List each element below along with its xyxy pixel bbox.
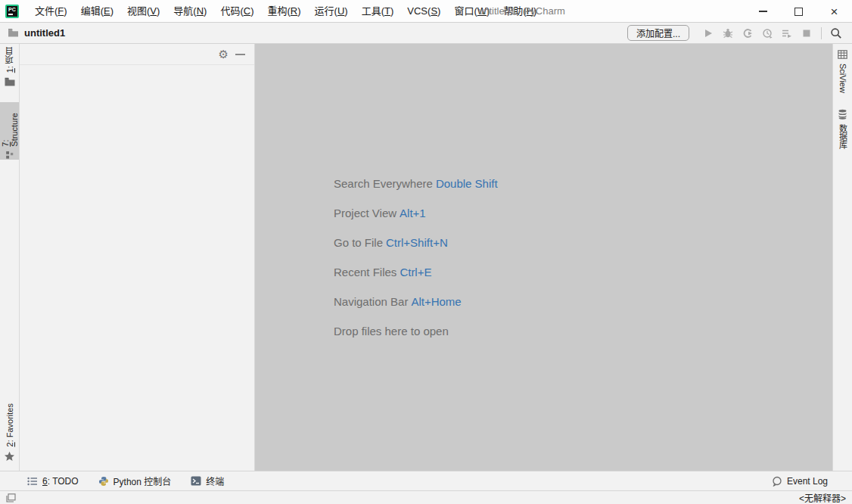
database-stripe-label: 数据库 (837, 124, 849, 149)
menu-navigate[interactable]: 导航(N) (166, 0, 213, 22)
stripe-button-structure[interactable]: 7: Structure (0, 102, 19, 160)
search-everywhere-button[interactable] (826, 25, 846, 42)
folder-icon (8, 28, 19, 38)
stop-button[interactable] (797, 25, 816, 42)
sciview-stripe-label: SciView (838, 64, 847, 93)
main-area: 1: 项目 7: Structure 2: Favorites ⚙ (0, 44, 852, 471)
python-icon (98, 476, 109, 487)
run-icon (703, 28, 714, 39)
structure-stripe-label: 7: Structure (1, 105, 19, 147)
minimize-button[interactable] (745, 0, 781, 23)
project-tool-window: ⚙ (20, 44, 255, 471)
gear-icon[interactable]: ⚙ (219, 47, 229, 62)
stop-icon (802, 29, 811, 38)
bottom-bar-left: 6: TODO Python 控制台 终端 (27, 474, 244, 487)
terminal-button[interactable]: 终端 (191, 474, 224, 487)
hint-drop-files: Drop files here to open (334, 325, 498, 338)
stripe-button-project[interactable]: 1: 项目 (0, 47, 19, 86)
run-with-coverage-button[interactable] (738, 25, 757, 42)
right-tool-stripe: SciView 数据库 (832, 44, 852, 471)
terminal-label: 终端 (206, 474, 224, 487)
running-processes-button[interactable] (777, 25, 797, 42)
maximize-button[interactable] (781, 0, 816, 23)
close-button[interactable]: × (816, 0, 852, 23)
tool-window-switcher[interactable] (6, 493, 16, 502)
favorites-stripe-label: 2: Favorites (5, 403, 14, 446)
hide-panel-icon[interactable] (235, 54, 245, 55)
menu-run[interactable]: 运行(U) (308, 0, 355, 22)
hint-navigation-bar: Navigation BarAlt+Home (334, 296, 498, 308)
add-configuration-button[interactable]: 添加配置... (627, 25, 689, 41)
menu-vcs[interactable]: VCS(S) (400, 0, 447, 22)
structure-icon (5, 151, 14, 160)
pycharm-window: PC 文件(F) 编辑(E) 视图(V) 导航(N) 代码(C) 重构(R) 运… (0, 0, 852, 504)
project-panel-header: ⚙ (20, 44, 254, 65)
window-controls: × (745, 0, 852, 23)
maximize-icon (794, 8, 803, 16)
debug-button[interactable] (718, 25, 738, 42)
stripe-button-sciview[interactable]: SciView (833, 50, 852, 93)
profiler-icon (762, 28, 773, 39)
status-bar: <无解释器> (0, 490, 852, 504)
python-console-button[interactable]: Python 控制台 (98, 474, 172, 487)
stripe-button-database[interactable]: 数据库 (833, 109, 852, 149)
sciview-icon (838, 50, 847, 59)
todo-label: 6: TODO (42, 476, 79, 487)
debug-icon (723, 28, 733, 39)
hint-recent-files: Recent FilesCtrl+E (334, 266, 498, 278)
menu-code[interactable]: 代码(C) (213, 0, 260, 22)
main-toolbar: untitled1 添加配置... (0, 23, 852, 44)
tool-window-switcher-icon (6, 493, 16, 502)
database-icon (838, 109, 847, 120)
close-icon: × (831, 8, 838, 16)
hint-go-to-file: Go to FileCtrl+Shift+N (334, 237, 498, 249)
shortcut-hints: Search EverywhereDouble Shift Project Vi… (334, 178, 498, 338)
menu-refactor[interactable]: 重构(R) (261, 0, 308, 22)
event-log-button[interactable]: Event Log (772, 476, 828, 487)
title-bar: PC 文件(F) 编辑(E) 视图(V) 导航(N) 代码(C) 重构(R) 运… (0, 0, 852, 23)
menu-edit[interactable]: 编辑(E) (74, 0, 120, 22)
python-console-label: Python 控制台 (113, 474, 172, 487)
left-tool-stripe: 1: 项目 7: Structure 2: Favorites (0, 44, 20, 471)
event-log-label: Event Log (787, 476, 828, 487)
event-log-balloon-icon (772, 476, 782, 487)
bottom-bar-right: Event Log (772, 476, 828, 487)
toolbar-separator (821, 27, 822, 39)
todo-list-icon (27, 477, 38, 486)
run-button[interactable] (698, 25, 718, 42)
todo-button[interactable]: 6: TODO (27, 474, 79, 487)
menu-view[interactable]: 视图(V) (120, 0, 166, 22)
menu-file[interactable]: 文件(F) (28, 0, 74, 22)
menu-tools[interactable]: 工具(T) (355, 0, 401, 22)
bottom-tool-bar: 6: TODO Python 控制台 终端 Event Log (0, 471, 852, 490)
profiler-button[interactable] (757, 25, 777, 42)
run-coverage-icon (742, 28, 753, 39)
star-icon (4, 451, 15, 462)
menu-bar: 文件(F) 编辑(E) 视图(V) 导航(N) 代码(C) 重构(R) 运行(U… (28, 0, 543, 22)
pycharm-logo-icon: PC (5, 5, 19, 18)
window-title: untitled1 - PyCharm (478, 0, 565, 22)
search-icon (830, 27, 842, 39)
stripe-button-favorites[interactable]: 2: Favorites (0, 403, 19, 462)
breadcrumb[interactable]: untitled1 (8, 27, 65, 39)
project-folder-icon (5, 77, 15, 86)
terminal-icon (191, 476, 201, 486)
interpreter-status[interactable]: <无解释器> (799, 491, 846, 504)
breadcrumb-project-name: untitled1 (24, 27, 65, 39)
hint-project-view: Project ViewAlt+1 (334, 207, 498, 219)
minimize-icon (759, 11, 767, 12)
editor-area[interactable]: Search EverywhereDouble Shift Project Vi… (255, 44, 832, 471)
project-stripe-label: 1: 项目 (4, 47, 16, 73)
hint-search-everywhere: Search EverywhereDouble Shift (334, 178, 498, 190)
toolbar-actions: 添加配置... (627, 25, 846, 42)
running-list-icon (782, 28, 792, 39)
